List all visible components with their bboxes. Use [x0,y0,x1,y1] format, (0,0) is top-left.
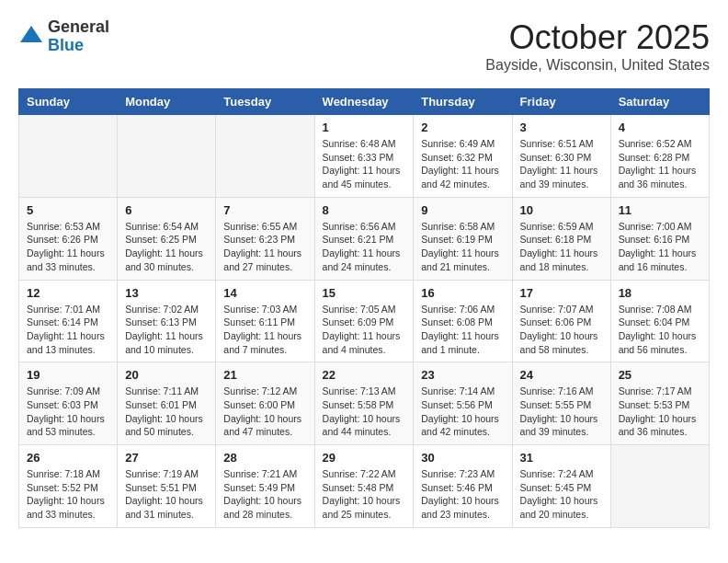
calendar-cell: 14Sunrise: 7:03 AM Sunset: 6:11 PM Dayli… [216,280,314,362]
day-number: 19 [27,368,109,382]
calendar-header-row: SundayMondayTuesdayWednesdayThursdayFrid… [19,89,710,115]
day-number: 27 [125,451,208,465]
day-info: Sunrise: 6:48 AM Sunset: 6:33 PM Dayligh… [323,137,406,191]
calendar-cell: 27Sunrise: 7:19 AM Sunset: 5:51 PM Dayli… [118,445,216,528]
day-number: 26 [27,451,109,465]
calendar-cell: 26Sunrise: 7:18 AM Sunset: 5:52 PM Dayli… [19,445,118,528]
day-info: Sunrise: 7:01 AM Sunset: 6:14 PM Dayligh… [27,303,109,357]
logo-text: General Blue [48,18,109,55]
day-info: Sunrise: 6:49 AM Sunset: 6:32 PM Dayligh… [421,137,504,191]
logo-icon [18,24,44,50]
calendar-cell: 12Sunrise: 7:01 AM Sunset: 6:14 PM Dayli… [19,280,118,362]
day-number: 30 [421,451,504,465]
day-info: Sunrise: 7:03 AM Sunset: 6:11 PM Dayligh… [223,303,306,357]
day-info: Sunrise: 6:54 AM Sunset: 6:25 PM Dayligh… [125,220,208,274]
day-info: Sunrise: 7:07 AM Sunset: 6:06 PM Dayligh… [520,303,603,357]
day-info: Sunrise: 7:00 AM Sunset: 6:16 PM Dayligh… [619,220,701,274]
calendar-cell: 11Sunrise: 7:00 AM Sunset: 6:16 PM Dayli… [610,197,709,280]
day-info: Sunrise: 7:06 AM Sunset: 6:08 PM Dayligh… [421,303,504,357]
day-info: Sunrise: 6:58 AM Sunset: 6:19 PM Dayligh… [421,220,504,274]
day-info: Sunrise: 7:02 AM Sunset: 6:13 PM Dayligh… [125,303,208,357]
day-info: Sunrise: 7:11 AM Sunset: 6:01 PM Dayligh… [125,385,208,439]
calendar-week-row: 1Sunrise: 6:48 AM Sunset: 6:33 PM Daylig… [19,115,710,198]
day-number: 23 [421,368,504,382]
col-header-sunday: Sunday [19,89,118,115]
day-number: 22 [323,368,406,382]
calendar-cell: 16Sunrise: 7:06 AM Sunset: 6:08 PM Dayli… [414,280,512,362]
day-info: Sunrise: 7:12 AM Sunset: 6:00 PM Dayligh… [223,385,306,439]
month-title: October 2025 [485,18,710,57]
col-header-saturday: Saturday [610,89,709,115]
day-number: 18 [619,286,701,300]
calendar-cell [118,115,216,198]
logo-blue: Blue [48,37,109,55]
calendar-cell [19,115,118,198]
day-number: 2 [421,121,504,134]
calendar-cell: 4Sunrise: 6:52 AM Sunset: 6:28 PM Daylig… [610,115,709,198]
calendar-cell: 7Sunrise: 6:55 AM Sunset: 6:23 PM Daylig… [216,197,314,280]
col-header-tuesday: Tuesday [216,89,314,115]
col-header-friday: Friday [512,89,610,115]
day-number: 16 [421,286,504,300]
calendar-cell: 30Sunrise: 7:23 AM Sunset: 5:46 PM Dayli… [414,445,512,528]
day-info: Sunrise: 6:51 AM Sunset: 6:30 PM Dayligh… [520,137,603,191]
day-info: Sunrise: 6:55 AM Sunset: 6:23 PM Dayligh… [223,220,306,274]
day-info: Sunrise: 7:22 AM Sunset: 5:48 PM Dayligh… [323,467,406,522]
day-info: Sunrise: 6:53 AM Sunset: 6:26 PM Dayligh… [27,220,109,274]
title-block: October 2025 Bayside, Wisconsin, United … [485,18,710,74]
calendar-cell: 10Sunrise: 6:59 AM Sunset: 6:18 PM Dayli… [512,197,610,280]
calendar-cell: 15Sunrise: 7:05 AM Sunset: 6:09 PM Dayli… [314,280,414,362]
day-number: 1 [323,121,406,134]
calendar-cell: 21Sunrise: 7:12 AM Sunset: 6:00 PM Dayli… [216,362,314,445]
calendar-cell: 5Sunrise: 6:53 AM Sunset: 6:26 PM Daylig… [19,197,118,280]
day-info: Sunrise: 7:23 AM Sunset: 5:46 PM Dayligh… [421,467,504,522]
day-info: Sunrise: 6:52 AM Sunset: 6:28 PM Dayligh… [619,137,701,191]
day-number: 29 [323,451,406,465]
calendar-table: SundayMondayTuesdayWednesdayThursdayFrid… [18,88,710,528]
page-header: General Blue October 2025 Bayside, Wisco… [18,18,710,74]
day-info: Sunrise: 6:56 AM Sunset: 6:21 PM Dayligh… [323,220,406,274]
day-number: 8 [323,203,406,217]
day-info: Sunrise: 7:21 AM Sunset: 5:49 PM Dayligh… [223,467,306,522]
calendar-cell: 17Sunrise: 7:07 AM Sunset: 6:06 PM Dayli… [512,280,610,362]
calendar-cell: 19Sunrise: 7:09 AM Sunset: 6:03 PM Dayli… [19,362,118,445]
calendar-cell [610,445,709,528]
day-number: 4 [619,121,701,134]
day-number: 11 [619,203,701,217]
day-info: Sunrise: 7:24 AM Sunset: 5:45 PM Dayligh… [520,467,603,522]
logo-general: General [48,18,109,37]
calendar-cell: 13Sunrise: 7:02 AM Sunset: 6:13 PM Dayli… [118,280,216,362]
calendar-cell: 3Sunrise: 6:51 AM Sunset: 6:30 PM Daylig… [512,115,610,198]
day-number: 25 [619,368,701,382]
day-info: Sunrise: 7:09 AM Sunset: 6:03 PM Dayligh… [27,385,109,439]
day-info: Sunrise: 7:13 AM Sunset: 5:58 PM Dayligh… [323,385,406,439]
col-header-thursday: Thursday [414,89,512,115]
calendar-cell: 25Sunrise: 7:17 AM Sunset: 5:53 PM Dayli… [610,362,709,445]
day-info: Sunrise: 7:17 AM Sunset: 5:53 PM Dayligh… [619,385,701,439]
calendar-cell: 23Sunrise: 7:14 AM Sunset: 5:56 PM Dayli… [414,362,512,445]
day-number: 12 [27,286,109,300]
calendar-week-row: 12Sunrise: 7:01 AM Sunset: 6:14 PM Dayli… [19,280,710,362]
day-number: 3 [520,121,603,134]
day-number: 14 [223,286,306,300]
day-number: 7 [223,203,306,217]
day-number: 13 [125,286,208,300]
col-header-monday: Monday [118,89,216,115]
day-info: Sunrise: 7:08 AM Sunset: 6:04 PM Dayligh… [619,303,701,357]
day-number: 31 [520,451,603,465]
day-number: 21 [223,368,306,382]
calendar-cell: 6Sunrise: 6:54 AM Sunset: 6:25 PM Daylig… [118,197,216,280]
day-number: 17 [520,286,603,300]
day-number: 6 [125,203,208,217]
calendar-cell: 9Sunrise: 6:58 AM Sunset: 6:19 PM Daylig… [414,197,512,280]
logo: General Blue [18,18,109,55]
day-number: 24 [520,368,603,382]
location: Bayside, Wisconsin, United States [485,57,710,74]
calendar-cell: 28Sunrise: 7:21 AM Sunset: 5:49 PM Dayli… [216,445,314,528]
calendar-week-row: 19Sunrise: 7:09 AM Sunset: 6:03 PM Dayli… [19,362,710,445]
calendar-cell: 22Sunrise: 7:13 AM Sunset: 5:58 PM Dayli… [314,362,414,445]
calendar-cell: 2Sunrise: 6:49 AM Sunset: 6:32 PM Daylig… [414,115,512,198]
calendar-cell: 8Sunrise: 6:56 AM Sunset: 6:21 PM Daylig… [314,197,414,280]
day-info: Sunrise: 7:18 AM Sunset: 5:52 PM Dayligh… [27,467,109,522]
day-number: 20 [125,368,208,382]
